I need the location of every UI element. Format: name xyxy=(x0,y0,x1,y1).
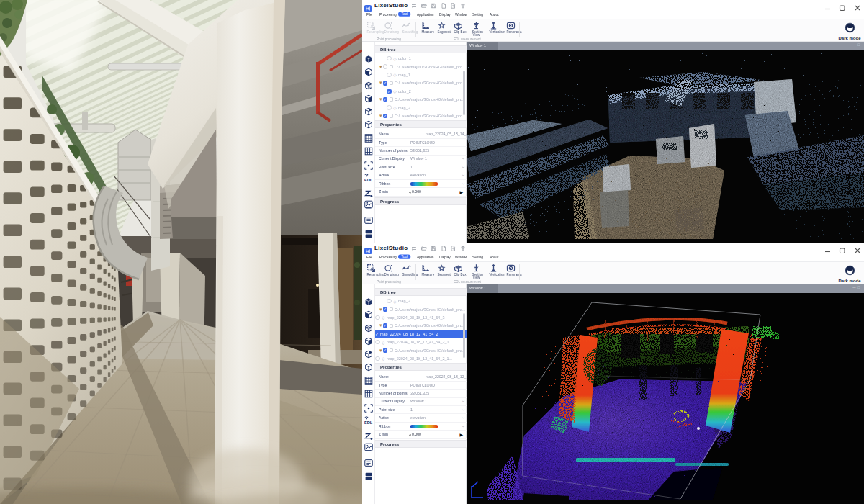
svg-text:EDL: EDL xyxy=(364,178,373,182)
svg-text:EDL: EDL xyxy=(364,420,373,425)
